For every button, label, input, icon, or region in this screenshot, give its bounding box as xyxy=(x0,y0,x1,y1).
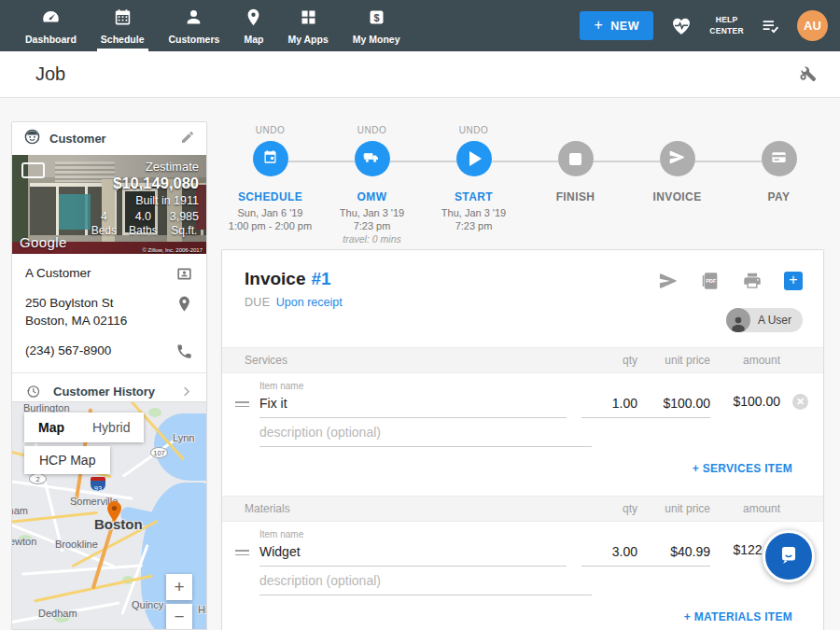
property-photo[interactable]: Zestimate $10,149,080 Built in 1911 4Bed… xyxy=(12,155,206,254)
add-services-item-link[interactable]: + SERVICES ITEM xyxy=(693,462,792,475)
user-avatar[interactable]: AU xyxy=(797,10,828,41)
qty-header: qty xyxy=(581,502,637,515)
description-input[interactable] xyxy=(259,570,592,595)
chat-button[interactable] xyxy=(763,530,815,582)
pay-step-button[interactable] xyxy=(762,141,797,176)
materials-section-header: Materials qty unit price amount xyxy=(222,496,823,522)
item-name-input[interactable] xyxy=(259,393,567,418)
location-pin-icon[interactable] xyxy=(175,295,193,313)
play-icon xyxy=(469,151,482,166)
chat-bubble-icon xyxy=(777,542,801,570)
add-materials-item-link[interactable]: + MATERIALS ITEM xyxy=(684,610,792,623)
map-type-hybrid-button[interactable]: Hybrid xyxy=(78,413,144,442)
nav-item-my-apps[interactable]: My Apps xyxy=(275,0,340,51)
person-icon xyxy=(184,7,203,31)
invoice-actions: PDF + xyxy=(658,271,803,291)
assignee-chip[interactable]: A User xyxy=(726,308,803,332)
plus-icon: + xyxy=(594,17,603,34)
timeline-step-omw: UNDO OMW Thu, Jan 3 '19 7:23 pm travel: … xyxy=(321,125,423,245)
page-title: Job xyxy=(35,63,65,85)
schedule-step-button[interactable] xyxy=(253,141,288,176)
description-input[interactable] xyxy=(259,422,592,447)
sqft-label: Sq.ft. xyxy=(170,224,199,237)
unit-price-input[interactable] xyxy=(637,393,710,418)
send-icon xyxy=(668,148,686,170)
step-date: Sun, Jan 6 '19 xyxy=(219,206,321,219)
section-name: Materials xyxy=(245,502,581,515)
help-center-line2: CENTER xyxy=(709,26,744,36)
map-label: Newton xyxy=(11,536,36,547)
qty-header: qty xyxy=(581,354,637,367)
nav-label: Customers xyxy=(169,34,220,45)
step-label: OMW xyxy=(321,190,423,203)
map-widget: Burlington Lynn Somerville Waltham Bosto… xyxy=(11,401,207,630)
undo-link[interactable]: UNDO xyxy=(423,125,525,139)
nav-label: Schedule xyxy=(101,34,145,45)
map-type-controls: Map Hybrid xyxy=(24,413,144,442)
step-date: Thu, Jan 3 '19 xyxy=(423,206,525,219)
printer-icon[interactable] xyxy=(742,271,763,291)
close-icon[interactable]: ✕ xyxy=(792,394,808,410)
item-name-input[interactable] xyxy=(259,541,567,567)
map-label: Dedham xyxy=(38,608,77,619)
nav-right-group: + NEW HELP CENTER AU xyxy=(580,0,840,51)
finish-step-button[interactable] xyxy=(558,141,594,176)
omw-step-button[interactable] xyxy=(355,141,390,176)
phone-icon[interactable] xyxy=(175,343,193,360)
wrench-gear-icon[interactable] xyxy=(797,63,818,87)
truck-icon xyxy=(363,148,381,170)
start-step-button[interactable] xyxy=(456,141,492,176)
interstate-shield: 93 xyxy=(91,477,105,491)
zoom-out-button[interactable]: − xyxy=(166,604,192,630)
map-type-map-button[interactable]: Map xyxy=(24,413,78,442)
pencil-icon[interactable] xyxy=(180,130,195,148)
unit-price-header: unit price xyxy=(637,502,710,515)
new-button-label: NEW xyxy=(610,20,639,33)
help-center-link[interactable]: HELP CENTER xyxy=(709,15,744,35)
step-label: SCHEDULE xyxy=(219,190,321,203)
new-button[interactable]: + NEW xyxy=(580,11,653,40)
nav-item-customers[interactable]: Customers xyxy=(157,0,232,51)
timeline-step-start: UNDO START Thu, Jan 3 '19 7:23 pm xyxy=(423,125,525,245)
qty-input[interactable] xyxy=(581,541,637,567)
nav-item-my-money[interactable]: $ My Money xyxy=(341,0,413,51)
drag-handle-icon[interactable] xyxy=(235,401,259,418)
nav-item-dashboard[interactable]: Dashboard xyxy=(13,0,89,51)
customer-address-row: 250 Boylston StBoston, MA 02116 xyxy=(25,295,193,330)
gauge-icon xyxy=(41,7,61,31)
due-value-link[interactable]: Upon receipt xyxy=(276,296,343,309)
step-label: PAY xyxy=(728,190,830,203)
undo-link[interactable]: UNDO xyxy=(321,125,423,139)
nav-item-map[interactable]: Map xyxy=(231,0,275,51)
baths-label: Baths xyxy=(129,224,158,237)
services-line-item: Item name $100.00 ✕ xyxy=(222,373,823,447)
send-icon[interactable] xyxy=(658,271,679,291)
drag-handle-icon[interactable] xyxy=(235,550,259,567)
tasks-check-icon[interactable] xyxy=(760,16,781,35)
invoice-step-button[interactable] xyxy=(660,141,695,176)
step-date: Thu, Jan 3 '19 xyxy=(321,206,423,219)
orange-marker-icon[interactable] xyxy=(107,501,121,525)
zoom-in-button[interactable]: + xyxy=(166,574,192,600)
beds-label: Beds xyxy=(91,224,117,237)
zestimate-label: Zestimate xyxy=(91,160,199,174)
pdf-icon[interactable]: PDF xyxy=(700,271,721,291)
page-header: Job xyxy=(0,51,840,98)
map-label: Lynn xyxy=(173,432,194,443)
timeline-step-pay: PAY xyxy=(728,125,830,245)
line-amount: $100.00 xyxy=(710,394,780,418)
job-timeline: UNDO SCHEDULE Sun, Jan 6 '19 1:00 pm - 2… xyxy=(219,125,830,245)
map-park xyxy=(148,408,161,417)
qty-input[interactable] xyxy=(581,393,637,418)
customer-name: A Customer xyxy=(25,265,175,283)
customer-phone: (234) 567-8900 xyxy=(25,343,175,360)
zestimate-overlay: Zestimate $10,149,080 Built in 1911 4Bed… xyxy=(91,160,199,237)
add-invoice-button[interactable]: + xyxy=(784,272,803,290)
heart-pulse-icon[interactable] xyxy=(669,15,693,37)
nav-item-schedule[interactable]: Schedule xyxy=(89,0,157,51)
undo-link[interactable]: UNDO xyxy=(219,125,321,139)
hcp-map-button[interactable]: HCP Map xyxy=(24,446,110,474)
history-icon xyxy=(25,384,41,399)
unit-price-input[interactable] xyxy=(637,541,710,567)
contact-card-icon[interactable] xyxy=(175,265,193,283)
